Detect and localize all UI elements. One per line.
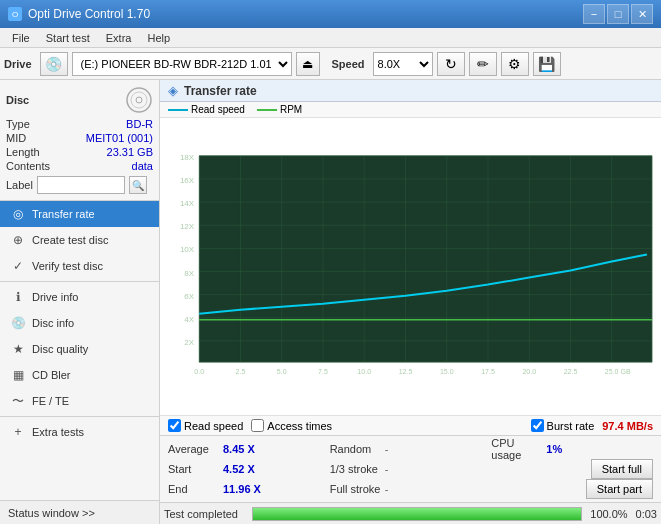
settings-button[interactable]: ⚙ — [501, 52, 529, 76]
nav-fe-te[interactable]: 〜 FE / TE — [0, 388, 159, 414]
burst-rate-checkbox[interactable] — [531, 419, 544, 432]
contents-value: data — [132, 160, 153, 172]
fe-te-icon: 〜 — [10, 393, 26, 409]
full-stroke-label: Full stroke — [330, 483, 385, 495]
drive-info-icon: ℹ — [10, 289, 26, 305]
nav-disc-quality[interactable]: ★ Disc quality — [0, 336, 159, 362]
read-speed-checkbox[interactable] — [168, 419, 181, 432]
svg-text:5.0: 5.0 — [277, 368, 287, 375]
nav-verify-test-disc[interactable]: ✓ Verify test disc — [0, 253, 159, 279]
stroke13-label: 1/3 stroke — [330, 463, 385, 475]
chart-title: Transfer rate — [184, 84, 257, 98]
nav-drive-info-label: Drive info — [32, 291, 78, 303]
menu-file[interactable]: File — [4, 30, 38, 46]
disc-info-icon: 💿 — [10, 315, 26, 331]
drive-icon-button[interactable]: 💿 — [40, 52, 68, 76]
stats-row-start: Start 4.52 X 1/3 stroke - Start full — [168, 459, 653, 479]
type-label: Type — [6, 118, 30, 130]
close-button[interactable]: ✕ — [631, 4, 653, 24]
end-label: End — [168, 483, 223, 495]
stats-row-average: Average 8.45 X Random - CPU usage 1% — [168, 439, 653, 459]
nav-fe-te-label: FE / TE — [32, 395, 69, 407]
menu-help[interactable]: Help — [139, 30, 178, 46]
nav-transfer-rate[interactable]: ◎ Transfer rate — [0, 201, 159, 227]
status-text: Test completed — [164, 508, 244, 520]
svg-text:17.5: 17.5 — [481, 368, 495, 375]
app-title: Opti Drive Control 1.70 — [28, 7, 150, 21]
speed-label: Speed — [332, 58, 365, 70]
nav-disc-quality-label: Disc quality — [32, 343, 88, 355]
maximize-button[interactable]: □ — [607, 4, 629, 24]
menu-start-test[interactable]: Start test — [38, 30, 98, 46]
disc-section-label: Disc — [6, 94, 29, 106]
access-times-checkbox-label[interactable]: Access times — [251, 419, 332, 432]
read-speed-checkbox-label[interactable]: Read speed — [168, 419, 243, 432]
svg-point-1 — [131, 92, 147, 108]
start-full-button[interactable]: Start full — [591, 459, 653, 479]
label-key: Label — [6, 179, 33, 191]
label-input[interactable] — [37, 176, 125, 194]
nav-cd-bler-label: CD Bler — [32, 369, 71, 381]
burst-rate-checkbox-label[interactable]: Burst rate — [531, 419, 595, 432]
nav-create-test-disc[interactable]: ⊕ Create test disc — [0, 227, 159, 253]
start-value: 4.52 X — [223, 463, 268, 475]
legend-rpm-color — [257, 109, 277, 111]
average-value: 8.45 X — [223, 443, 268, 455]
start-part-button[interactable]: Start part — [586, 479, 653, 499]
svg-text:2X: 2X — [184, 338, 194, 347]
burst-rate-value: 97.4 MB/s — [602, 420, 653, 432]
nav-divider-1 — [0, 281, 159, 282]
chart-area: 18X 16X 14X 12X 10X 8X 6X 4X 2X 0.0 2.5 … — [160, 118, 661, 415]
cpu-value: 1% — [546, 443, 591, 455]
status-window-button[interactable]: Status window >> — [0, 500, 159, 524]
menu-extra[interactable]: Extra — [98, 30, 140, 46]
chart-controls: Read speed Access times Burst rate 97.4 … — [160, 415, 661, 435]
speed-select[interactable]: 8.0X — [373, 52, 433, 76]
mid-label: MID — [6, 132, 26, 144]
stats-stroke13-col: 1/3 stroke - — [330, 463, 492, 475]
refresh-button[interactable]: ↻ — [437, 52, 465, 76]
extra-tests-icon: + — [10, 424, 26, 440]
sidebar: Disc Type BD-R MID MEIT01 (001) — [0, 80, 160, 524]
type-value: BD-R — [126, 118, 153, 130]
svg-point-2 — [136, 97, 142, 103]
content-area: ◈ Transfer rate Read speed RPM — [160, 80, 661, 524]
length-label: Length — [6, 146, 40, 158]
stats-start-full-col: Start full — [491, 459, 653, 479]
progress-track — [252, 507, 582, 521]
nav-drive-info[interactable]: ℹ Drive info — [0, 284, 159, 310]
random-label: Random — [330, 443, 385, 455]
progress-percent: 100.0% — [590, 508, 627, 520]
contents-label: Contents — [6, 160, 50, 172]
stats-area: Average 8.45 X Random - CPU usage 1% Sta… — [160, 435, 661, 502]
drive-select[interactable]: (E:) PIONEER BD-RW BDR-212D 1.01 — [72, 52, 292, 76]
minimize-button[interactable]: − — [583, 4, 605, 24]
nav-extra-tests[interactable]: + Extra tests — [0, 419, 159, 445]
chart-header: ◈ Transfer rate — [160, 80, 661, 102]
eject-button[interactable]: ⏏ — [296, 52, 320, 76]
nav-cd-bler[interactable]: ▦ CD Bler — [0, 362, 159, 388]
access-times-checkbox[interactable] — [251, 419, 264, 432]
write-button[interactable]: ✏ — [469, 52, 497, 76]
nav-verify-test-label: Verify test disc — [32, 260, 103, 272]
stats-start-col: Start 4.52 X — [168, 463, 330, 475]
nav-transfer-rate-label: Transfer rate — [32, 208, 95, 220]
nav-extra-tests-label: Extra tests — [32, 426, 84, 438]
progress-bar-container: Test completed 100.0% 0:03 — [160, 502, 661, 524]
window-controls: − □ ✕ — [583, 4, 653, 24]
nav-menu: ◎ Transfer rate ⊕ Create test disc ✓ Ver… — [0, 201, 159, 445]
app-icon: O — [8, 7, 22, 21]
stats-random-col: Random - — [330, 443, 492, 455]
svg-text:20.0: 20.0 — [522, 368, 536, 375]
svg-text:4X: 4X — [184, 315, 194, 324]
stats-cpu-col: CPU usage 1% — [491, 437, 653, 461]
svg-text:12.5: 12.5 — [399, 368, 413, 375]
svg-text:16X: 16X — [180, 176, 195, 185]
chart-title-icon: ◈ — [168, 83, 178, 98]
nav-disc-info[interactable]: 💿 Disc info — [0, 310, 159, 336]
stats-row-end: End 11.96 X Full stroke - Start part — [168, 479, 653, 499]
stats-average-col: Average 8.45 X — [168, 443, 330, 455]
svg-text:18X: 18X — [180, 153, 195, 162]
label-search-button[interactable]: 🔍 — [129, 176, 147, 194]
save-button[interactable]: 💾 — [533, 52, 561, 76]
